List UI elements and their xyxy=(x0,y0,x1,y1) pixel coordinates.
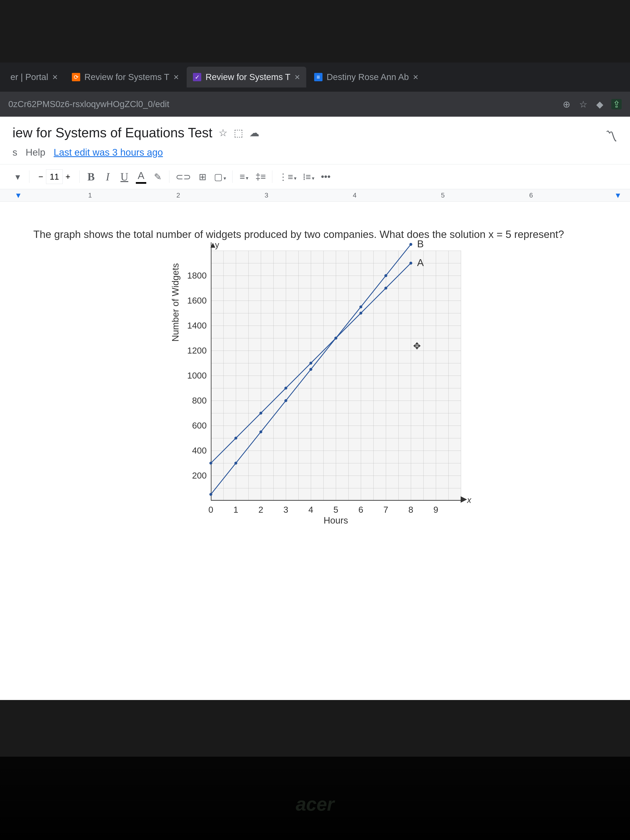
underline-button[interactable]: U xyxy=(119,171,129,183)
highlight-button[interactable]: ✎ xyxy=(153,172,163,182)
x-axis-title: Hours xyxy=(324,515,348,526)
menu-bar: s Help Last edit was 3 hours ago xyxy=(0,145,630,164)
y-tick-label: 800 xyxy=(192,396,207,406)
ruler-mark: 3 xyxy=(265,191,268,199)
comment-button[interactable]: ⊞ xyxy=(197,172,208,182)
tab-portal[interactable]: er | Portal × xyxy=(4,67,64,87)
tab-label: Destiny Rose Ann Ab xyxy=(327,72,409,82)
share-icon[interactable]: ⇪ xyxy=(611,99,622,109)
cloud-icon[interactable]: ☁ xyxy=(249,127,259,139)
horizontal-ruler[interactable]: ▼ 1 2 3 4 5 6 ▼ xyxy=(0,189,630,202)
link-button[interactable]: ⊂⊃ xyxy=(175,172,191,182)
check-icon: ✓ xyxy=(193,73,201,81)
y-tick-label: 400 xyxy=(192,445,207,456)
y-tick-label: 1800 xyxy=(187,271,207,281)
series-label-A: A xyxy=(417,257,424,268)
bulleted-list-button[interactable]: ⁞≡▾ xyxy=(303,172,314,182)
last-edit-link[interactable]: Last edit was 3 hours ago xyxy=(54,147,163,158)
image-button[interactable]: ▢▾ xyxy=(214,172,226,182)
line-spacing-button[interactable]: ‡≡ xyxy=(256,172,266,182)
numbered-list-button[interactable]: ⋮≡▾ xyxy=(278,172,297,182)
x-tick-label: 4 xyxy=(308,505,313,515)
font-size-input[interactable] xyxy=(46,169,63,184)
x-tick-label: 6 xyxy=(358,505,363,515)
doc-icon: ≡ xyxy=(314,73,322,81)
laptop-brand: acer xyxy=(295,794,334,815)
tab-review-1[interactable]: ⟳ Review for Systems T × xyxy=(66,67,185,87)
activity-icon[interactable]: 〽 xyxy=(605,129,617,144)
more-button[interactable]: ••• xyxy=(321,172,331,182)
increase-font-button[interactable]: + xyxy=(63,169,73,184)
close-icon[interactable]: × xyxy=(174,72,179,82)
tab-label: Review for Systems T xyxy=(205,72,291,82)
x-axis-arrow-icon: ▶ xyxy=(461,494,467,504)
loading-icon: ⟳ xyxy=(72,73,80,81)
tab-label: er | Portal xyxy=(10,72,48,82)
laptop-bezel: acer xyxy=(0,757,630,840)
menu-help[interactable]: Help xyxy=(25,147,46,158)
y-tick-label: 1000 xyxy=(187,371,207,381)
document-title[interactable]: iew for Systems of Equations Test xyxy=(13,125,212,141)
bold-button[interactable]: B xyxy=(86,171,96,183)
url-text: 0zCr62PMS0z6-rsxloqywHOgZCl0_0/edit xyxy=(8,99,555,109)
divider xyxy=(169,171,169,183)
styles-dropdown[interactable]: ▾ xyxy=(13,172,23,182)
x-tick-label: 7 xyxy=(383,505,388,515)
x-tick-label: 9 xyxy=(433,505,438,515)
y-tick-label: 1600 xyxy=(187,295,207,306)
extension-icon[interactable]: ◆ xyxy=(595,99,605,109)
y-tick-label: 600 xyxy=(192,421,207,431)
x-tick-label: 3 xyxy=(283,505,288,515)
menu-s[interactable]: s xyxy=(13,147,17,158)
y-tick-label: 1200 xyxy=(187,346,207,355)
document-header: iew for Systems of Equations Test ☆ ⬚ ☁ … xyxy=(0,117,630,145)
chart-plot-area: ▲ ▶ y x Number of Widgets Hours ✥ 200400… xyxy=(211,251,461,501)
chart-svg xyxy=(211,251,461,501)
divider xyxy=(272,171,272,183)
zoom-icon[interactable]: ⊕ xyxy=(561,99,572,109)
y-axis-title: Number of Widgets xyxy=(170,263,181,342)
close-icon[interactable]: × xyxy=(52,72,58,82)
address-bar[interactable]: 0zCr62PMS0z6-rsxloqywHOgZCl0_0/edit ⊕ ☆ … xyxy=(0,92,630,117)
formatting-toolbar: ▾ − + B I U A ✎ ⊂⊃ ⊞ ▢▾ ≡▾ ‡≡ ⋮≡▾ ⁞≡▾ ••… xyxy=(0,164,630,189)
tab-label: Review for Systems T xyxy=(84,72,169,82)
y-tick-label: 200 xyxy=(192,471,207,481)
close-icon[interactable]: × xyxy=(413,72,418,82)
star-icon[interactable]: ☆ xyxy=(578,99,588,109)
ruler-mark: 4 xyxy=(353,191,357,199)
decrease-font-button[interactable]: − xyxy=(36,169,46,184)
tab-review-2-active[interactable]: ✓ Review for Systems T × xyxy=(187,67,306,87)
close-icon[interactable]: × xyxy=(295,72,300,82)
document-content[interactable]: The graph shows the total number of widg… xyxy=(0,202,630,546)
x-tick-label: 0 xyxy=(208,505,213,515)
ruler-mark: 6 xyxy=(529,191,533,199)
move-icon[interactable]: ⬚ xyxy=(234,127,243,139)
star-icon[interactable]: ☆ xyxy=(218,127,227,139)
x-axis-letter: x xyxy=(467,496,471,505)
move-cursor-icon: ✥ xyxy=(413,341,421,351)
align-button[interactable]: ≡▾ xyxy=(239,172,249,182)
ruler-overflow-icon[interactable]: ▼ xyxy=(614,191,622,200)
divider xyxy=(79,171,80,183)
x-tick-label: 5 xyxy=(333,505,338,515)
text-color-button[interactable]: A xyxy=(136,170,146,184)
y-axis-letter: y xyxy=(215,240,219,249)
font-size-control: − + xyxy=(36,169,73,184)
ruler-mark: 2 xyxy=(177,191,180,199)
tab-destiny[interactable]: ≡ Destiny Rose Ann Ab × xyxy=(308,67,425,87)
ruler-mark: 1 xyxy=(88,191,92,199)
x-tick-label: 1 xyxy=(233,505,238,515)
chart-container: ▲ ▶ y x Number of Widgets Hours ✥ 200400… xyxy=(169,251,461,501)
question-text: The graph shows the total number of widg… xyxy=(33,227,597,242)
ruler-mark: 5 xyxy=(441,191,445,199)
y-tick-label: 1400 xyxy=(187,321,207,331)
document-area: iew for Systems of Equations Test ☆ ⬚ ☁ … xyxy=(0,117,630,700)
browser-tab-strip: er | Portal × ⟳ Review for Systems T × ✓… xyxy=(0,63,630,92)
x-tick-label: 2 xyxy=(258,505,263,515)
tab-stop-icon[interactable]: ▼ xyxy=(14,191,22,200)
series-label-B: B xyxy=(417,238,424,249)
x-tick-label: 8 xyxy=(408,505,413,515)
italic-button[interactable]: I xyxy=(103,171,113,183)
